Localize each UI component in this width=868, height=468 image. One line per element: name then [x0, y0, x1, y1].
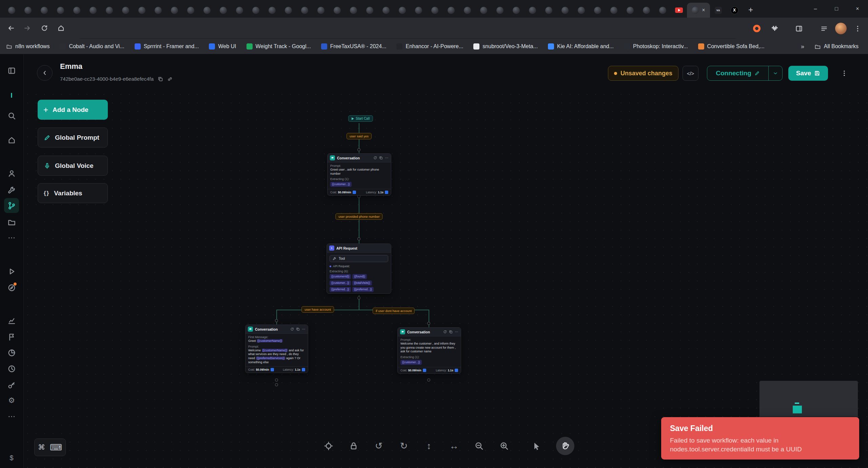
add-node-button[interactable]: + Add a Node: [38, 100, 108, 120]
variable-chip: {{customerId}}: [330, 274, 351, 279]
node-api-request[interactable]: API Request Tool API Request: Extracting…: [327, 243, 391, 294]
node-conversation-1[interactable]: Conversation Prompt: Greet user , ask fo…: [327, 153, 391, 196]
wrench-icon: [333, 257, 336, 260]
global-voice-label: Global Voice: [55, 162, 94, 170]
latency-badge-icon: [385, 191, 388, 194]
workflow-stage: + Add a Node Global Prompt Global Voice …: [0, 0, 868, 468]
rerun-icon[interactable]: [373, 156, 377, 160]
node-title: API Request: [336, 246, 389, 250]
node-port[interactable]: [427, 322, 430, 325]
cost-badge-icon: [423, 369, 426, 372]
prompt-text: Greet user , ask for customer phone numb…: [330, 168, 388, 176]
command-icon: ⌘: [38, 443, 45, 451]
cost-badge-icon: [271, 368, 274, 371]
prompt-text: Welcome the customer , and inform they y…: [400, 342, 458, 354]
node-title: Conversation: [255, 327, 288, 331]
extracting-label: Extracting (6):: [330, 270, 388, 273]
variable-chip: {{preferredServices}}: [256, 356, 285, 360]
global-prompt-button[interactable]: Global Prompt: [38, 128, 108, 148]
redo-icon[interactable]: ↻: [398, 440, 410, 452]
play-icon: [352, 117, 354, 120]
variable-chip: {{totalVisits}}: [352, 280, 372, 286]
toast-title: Save Failed: [670, 424, 850, 433]
node-port[interactable]: [275, 378, 278, 382]
canvas-toolbar: ↺ ↻ ↕ ↔: [323, 437, 574, 455]
prompt-label: Prompt:: [330, 164, 388, 168]
node-port[interactable]: [357, 237, 360, 240]
edge-condition-label[interactable]: user have account: [301, 306, 334, 313]
node-menu-icon[interactable]: [385, 156, 389, 160]
first-message-text: Greet {{customerName}}: [248, 339, 305, 343]
undo-icon[interactable]: ↺: [373, 440, 384, 452]
keyboard-icon: ⌨: [50, 443, 62, 452]
variable-chip: {{preferred...}}: [352, 287, 374, 292]
conversation-icon: [400, 329, 405, 334]
lock-icon[interactable]: [348, 440, 359, 452]
extracting-label: Extracting (1):: [400, 355, 458, 359]
tool-selector[interactable]: Tool: [330, 255, 388, 262]
toast-message: Failed to save workflow: each value in n…: [670, 436, 850, 453]
variable-chip: {{customerName}}: [257, 339, 283, 343]
vertical-layout-icon[interactable]: ↕: [423, 440, 435, 452]
node-title: Conversation: [407, 330, 441, 334]
prompt-label: Prompt:: [248, 345, 305, 348]
conversation-icon: [330, 155, 335, 160]
rerun-icon[interactable]: [443, 330, 447, 334]
node-port[interactable]: [357, 148, 360, 151]
start-call-label: Start Call: [356, 117, 370, 120]
api-request-row: API Request:: [330, 265, 388, 268]
edge-line: [276, 310, 277, 325]
node-menu-icon[interactable]: [455, 330, 458, 334]
shortcuts-button[interactable]: ⌘ ⌨: [34, 438, 66, 456]
first-message-label: First Message:: [248, 335, 305, 339]
variables-label: Variables: [54, 190, 82, 197]
toast-save-failed: Save Failed Failed to save workflow: eac…: [661, 417, 859, 460]
api-request-icon: [329, 246, 334, 251]
fit-view-icon[interactable]: [323, 440, 334, 452]
conversation-icon: [248, 327, 253, 332]
cost-badge-icon: [353, 191, 356, 194]
tool-label: Tool: [339, 257, 345, 260]
braces-icon: {}: [44, 190, 50, 197]
global-prompt-label: Global Prompt: [55, 134, 99, 141]
node-port[interactable]: [357, 296, 360, 299]
duplicate-icon[interactable]: [379, 156, 383, 160]
node-conversation-2[interactable]: Conversation First Message: Greet {{cust…: [245, 325, 308, 373]
latency-badge-icon: [455, 369, 458, 372]
node-conversation-3[interactable]: Conversation Prompt: Welcome the custome…: [397, 327, 461, 374]
pencil-icon: [44, 134, 51, 141]
node-port[interactable]: [275, 319, 278, 322]
global-voice-button[interactable]: Global Voice: [38, 156, 108, 176]
pan-hand-icon[interactable]: [556, 437, 574, 455]
zoom-out-icon[interactable]: [473, 440, 485, 452]
node-title: Conversation: [337, 156, 371, 160]
add-node-label: Add a Node: [53, 106, 88, 114]
prompt-label: Prompt:: [400, 338, 458, 342]
node-start-call[interactable]: Start Call: [348, 115, 373, 122]
variable-chip: {{customer...}}: [330, 182, 352, 187]
variable-chip: {{preferred...}}: [330, 287, 351, 292]
variable-chip: {{found}}: [352, 274, 367, 279]
variables-button[interactable]: {} Variables: [38, 183, 108, 203]
variable-chip: {{customerName}}: [262, 349, 288, 352]
duplicate-icon[interactable]: [296, 327, 300, 331]
prompt-text: Welcome {{customerName}} and ask for wha…: [248, 349, 305, 365]
edge-condition-label[interactable]: user said yes: [347, 133, 372, 139]
minimap-viewport: [760, 381, 857, 416]
latency-badge-icon: [302, 368, 305, 371]
rerun-icon[interactable]: [290, 327, 294, 331]
plus-icon: +: [43, 106, 48, 114]
edge-condition-label[interactable]: user provided phone number: [335, 213, 382, 220]
zoom-in-icon[interactable]: [498, 440, 510, 452]
duplicate-icon[interactable]: [449, 330, 453, 334]
variable-chip: {{customer...}}: [330, 280, 351, 286]
node-port[interactable]: [427, 378, 430, 382]
node-menu-icon[interactable]: [302, 327, 305, 331]
extracting-label: Extracting (1):: [330, 177, 388, 181]
horizontal-layout-icon[interactable]: ↔: [448, 440, 460, 452]
select-cursor-icon[interactable]: [531, 440, 542, 452]
minimap-node: [793, 406, 802, 413]
browser-window: × va X + – □ × dashboard.vapi.ai/workflo…: [0, 0, 868, 468]
edge-condition-label[interactable]: if user dont have account: [373, 308, 415, 314]
node-port[interactable]: [275, 383, 278, 386]
